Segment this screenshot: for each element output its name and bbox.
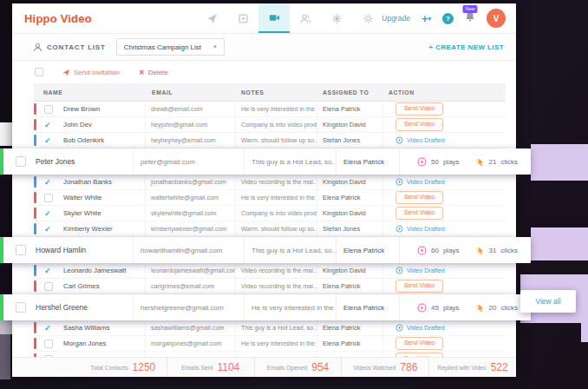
background-fragment (0, 334, 10, 379)
checkbox[interactable] (44, 282, 53, 291)
checked-icon: ✓ (44, 121, 51, 129)
status-bar (0, 237, 3, 263)
create-new-list-button[interactable]: +CREATE NEW LIST (428, 43, 516, 51)
select-all-checkbox[interactable] (35, 68, 43, 76)
summary-stats-bar: Total Contacts1250 Emails Sent1104 Email… (12, 357, 516, 377)
contact-notes: This guy is a Hot Lead, so... (244, 148, 336, 175)
row-checkbox[interactable] (34, 190, 63, 205)
plays-count: 50 (431, 158, 439, 166)
table-row[interactable]: ✓ Kimberly Wexler kimberlywexler@gmail.c… (34, 221, 506, 237)
row-checkbox[interactable]: ✓ (34, 117, 63, 132)
view-all-popover[interactable]: View all (520, 290, 576, 313)
checkbox[interactable] (16, 245, 26, 255)
row-checkbox[interactable] (34, 336, 63, 351)
send-video-button[interactable]: Send Video (395, 118, 443, 130)
send-video-button[interactable]: Send Video (395, 102, 443, 115)
app-header: Hippo Video (12, 3, 516, 34)
send-plane-icon[interactable] (196, 3, 227, 33)
view-all-link[interactable]: View all (535, 297, 560, 306)
contact-notes: This guy is a Hot Lead, so... (235, 320, 317, 335)
checkbox[interactable] (16, 156, 26, 167)
upgrade-link[interactable]: Upgrade (382, 14, 410, 23)
user-avatar[interactable]: V (487, 9, 506, 28)
row-checkbox[interactable] (0, 237, 36, 263)
row-checkbox[interactable]: ✓ (34, 206, 63, 221)
help-button[interactable]: ? (442, 13, 454, 24)
row-checkbox[interactable]: ✓ (34, 175, 63, 189)
contact-name: John Dev (63, 117, 150, 132)
contact-email: waltertwhite@gmail.com (145, 190, 235, 205)
contact-notes: Video recording is the mai... (235, 279, 317, 293)
action-cell: Video Drafted (382, 133, 506, 148)
contact-name: Peter Jones (36, 148, 133, 175)
table-row[interactable]: ✓ Bob Odenkirk heyheyhey@email.com Warm.… (34, 133, 506, 148)
close-icon: ✕ (139, 69, 145, 76)
assigned-to: Elena Patrick (336, 237, 399, 263)
contact-email: jonathanbanks@gmail.com (145, 175, 235, 189)
table-row[interactable]: Drew Brown drewb@email.com He is very in… (34, 102, 506, 117)
delete-button[interactable]: ✕ Delete (139, 69, 168, 76)
video-camera-icon[interactable] (258, 3, 290, 33)
plays-count: 60 (431, 247, 439, 254)
lavender-panel (531, 144, 588, 181)
contact-notes: Company is into video produ... (235, 117, 317, 132)
contact-notes: Company is into video produ... (235, 206, 317, 221)
clicks-count: 20 (489, 304, 497, 312)
main-nav (196, 3, 383, 33)
stop-square-icon[interactable] (227, 3, 258, 33)
screen: Hippo Video (0, 0, 588, 389)
table-row[interactable]: ✓ Leonardo Jameswatt leonardojameswatt@g… (34, 263, 506, 279)
row-checkbox[interactable] (34, 279, 63, 293)
clicks-count: 21 (489, 158, 497, 166)
contacts-icon[interactable] (290, 3, 321, 33)
row-checkbox[interactable]: ✓ (34, 133, 63, 148)
integrations-icon[interactable] (321, 3, 352, 33)
send-invitation-button[interactable]: Send Invitation (62, 69, 120, 76)
lavender-panel (531, 227, 588, 260)
row-checkbox[interactable]: ✓ (34, 320, 63, 335)
column-header-assigned-to: ASSIGNED TO (323, 89, 389, 96)
table-row[interactable]: Walter White waltertwhite@gmail.com He i… (34, 190, 506, 206)
checkbox[interactable] (16, 302, 26, 313)
row-checkbox[interactable]: ✓ (34, 221, 63, 236)
checkbox[interactable] (44, 105, 53, 114)
checkbox[interactable] (44, 340, 53, 348)
table-row[interactable]: ✓ Skyler White skylerwhite@gmail.com Com… (34, 206, 506, 221)
checkbox[interactable] (44, 194, 53, 202)
send-plane-icon (62, 69, 70, 76)
contact-notes: This guy is a Hot Lead, so... (244, 237, 336, 263)
video-drafted-status: Video Drafted (395, 225, 445, 233)
checked-icon: ✓ (44, 209, 51, 218)
table-row[interactable]: ✓ Sasha Williams sashawilliams@gmail.com… (34, 320, 506, 336)
highlighted-contact-row[interactable]: Howard Hamlin howardhamlin@gmail.com Thi… (0, 237, 531, 263)
send-video-button[interactable]: Send Video (395, 280, 443, 292)
table-row[interactable]: ✓ Jonathan Banks jonathanbanks@gmail.com… (34, 175, 506, 190)
send-video-button[interactable]: Send Video (395, 207, 443, 219)
table-row[interactable]: ✓ John Dev heyjohn@gmail.com Company is … (34, 117, 506, 133)
send-video-button[interactable]: Send Video (395, 191, 443, 203)
contact-notes: Warm. should follow up so... (235, 133, 317, 148)
notifications-bell-icon[interactable]: New (465, 10, 475, 26)
hippo-video-logo: Hippo Video (12, 12, 92, 25)
table-row[interactable]: Morgan Jones morganjones@gmail.com He is… (34, 336, 506, 352)
campaign-list-dropdown[interactable]: Christmas Campaign List ▾ (116, 38, 225, 56)
video-drafted-status: Video Drafted (395, 324, 445, 332)
bulk-actions-toolbar: Send Invitation ✕ Delete (12, 61, 516, 83)
highlighted-contact-row[interactable]: Hershel Greene hershelgreene@gmail.com H… (0, 294, 531, 320)
row-checkbox[interactable] (34, 102, 63, 116)
table-row[interactable]: Carl Grimes carlgrimes@email.com Video r… (34, 279, 506, 294)
highlighted-contact-row[interactable]: Peter Jones peter@gmail.com This guy is … (0, 148, 531, 175)
plays-count: 45 (431, 304, 439, 312)
status-bar (34, 208, 36, 219)
contact-notes: Warm. should follow up so... (235, 221, 317, 236)
play-circle-icon (395, 136, 403, 144)
quick-add-button[interactable]: +▾ (421, 13, 431, 24)
send-video-button[interactable]: Send Video (395, 337, 443, 349)
row-checkbox[interactable]: ✓ (34, 263, 63, 278)
column-header-notes: NOTES (241, 89, 323, 96)
settings-gear-icon[interactable] (352, 3, 383, 33)
row-checkbox[interactable] (0, 148, 36, 175)
row-checkbox[interactable] (0, 294, 36, 320)
contact-list-label: CONTACT LIST (12, 43, 106, 52)
assigned-to: Kingston David (317, 175, 382, 189)
